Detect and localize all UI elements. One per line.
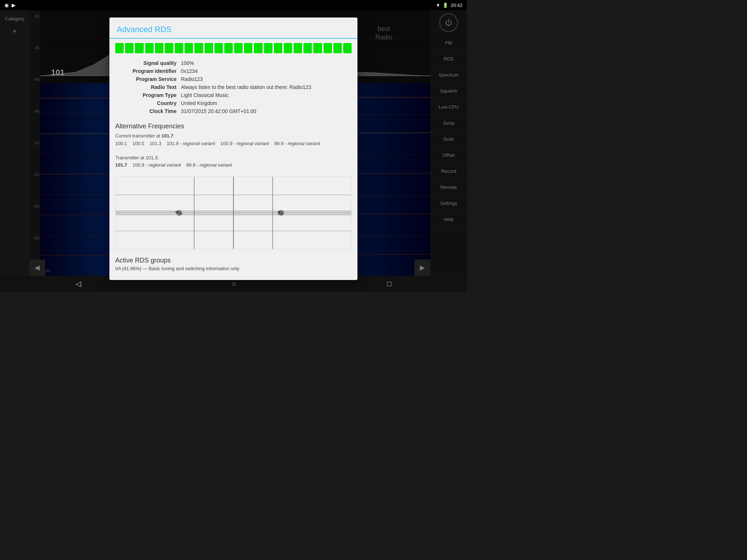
alt-freq-list-2: 101.7 100.9 - regional variant 99.9 - re…	[115, 162, 352, 169]
meter-bar-12	[224, 43, 233, 53]
meter-bar-14	[244, 43, 252, 53]
svg-point-37	[278, 213, 279, 215]
svg-point-30	[278, 211, 281, 214]
clock: 20:42	[450, 3, 462, 8]
country-label: Country	[115, 100, 181, 106]
meter-bar-11	[214, 43, 223, 53]
meter-bar-9	[194, 43, 203, 53]
svg-point-38	[281, 211, 282, 212]
meter-bar-16	[264, 43, 272, 53]
svg-point-31	[281, 213, 283, 215]
meter-bar-5	[155, 43, 163, 53]
active-rds-section: Active RDS groups 0A (41.96%) — Basic tu…	[109, 254, 357, 273]
country-row: Country United Kingdom	[115, 99, 352, 107]
svg-point-32	[279, 214, 281, 215]
program-id-row: Program Identifier 0x1234	[115, 67, 352, 75]
meter-bar-10	[205, 43, 213, 53]
meter-bar-17	[274, 43, 282, 53]
info-table: Signal quality 100% Program Identifier 0…	[109, 58, 357, 120]
status-bar: ◉ ▶ ▼ 🔋 20:42	[0, 0, 467, 10]
status-left: ◉ ▶	[4, 2, 16, 8]
alt-freq-list-1: 100.1 100.5 101.3 101.9 - regional varia…	[115, 140, 352, 148]
clock-time-row: Clock Time 31/07/2015 20:42:00 GMT+01:00	[115, 107, 352, 115]
alt-freq-transmitter: Transmitter at 101.3:	[115, 154, 352, 162]
meter-bar-8	[185, 43, 193, 53]
meter-bar-18	[284, 43, 292, 53]
program-service-label: Program Service	[115, 76, 181, 82]
status-right: ▼ 🔋 20:42	[436, 3, 462, 8]
meter-bar-23	[333, 43, 342, 53]
svg-point-36	[282, 211, 284, 213]
modal-title: Advanced RDS	[117, 25, 171, 34]
radio-text-row: Radio Text Always listen to the best rad…	[115, 83, 352, 91]
ok-button[interactable]: OK	[214, 277, 252, 280]
meter-bar-24	[343, 43, 352, 53]
signal-quality-value: 100%	[181, 60, 352, 66]
svg-point-35	[178, 211, 179, 212]
play-status-icon: ▶	[12, 2, 16, 8]
alt-freq-bold-1: 101.7	[115, 162, 127, 168]
meter-bar-19	[294, 43, 302, 53]
meter-bar-4	[145, 43, 154, 53]
program-service-row: Program Service Radio123	[115, 75, 352, 83]
meter-bar-1	[115, 43, 124, 53]
clock-time-value: 31/07/2015 20:42:00 GMT+01:00	[181, 108, 352, 114]
program-id-label: Program Identifier	[115, 68, 181, 74]
stereo-pilot-chart	[115, 176, 352, 249]
alt-freq-current: Current transmitter at 101.7:	[115, 132, 352, 140]
meter-bar-15	[254, 43, 262, 53]
clock-time-label: Clock Time	[115, 108, 181, 114]
ok-button-row: OK	[109, 273, 357, 280]
signal-quality-label: Signal quality	[115, 60, 181, 66]
radio-text-label: Radio Text	[115, 84, 181, 90]
program-type-row: Program Type Light Classical Music	[115, 91, 352, 99]
advanced-rds-dialog: Advanced RDS	[109, 18, 357, 280]
signal-meter	[109, 39, 357, 58]
program-type-value: Light Classical Music	[181, 92, 352, 98]
recent-button[interactable]: □	[378, 277, 400, 291]
meter-bar-6	[165, 43, 173, 53]
country-value: United Kingdom	[181, 100, 352, 106]
modal-header: Advanced RDS	[109, 18, 357, 39]
meter-bar-22	[324, 43, 332, 53]
alt-freq-title: Alternative Frequencies	[115, 122, 352, 130]
wifi-status-icon: ◉	[4, 2, 9, 8]
svg-point-34	[180, 213, 182, 215]
meter-bar-13	[234, 43, 243, 53]
battery-icon: 🔋	[442, 3, 448, 8]
back-button[interactable]: ◁	[67, 276, 90, 291]
alt-freq-section: Alternative Frequencies Current transmit…	[109, 120, 357, 172]
svg-point-33	[175, 211, 176, 213]
rds-group-0a: 0A (41.96%) — Basic tuning and switching…	[115, 266, 352, 271]
radio-text-value: Always listen to the best radio station …	[181, 84, 352, 90]
modal-overlay: Advanced RDS	[0, 10, 467, 276]
meter-bar-7	[175, 43, 183, 53]
meter-bar-20	[303, 43, 312, 53]
meter-bar-3	[135, 43, 143, 53]
meter-bar-2	[125, 43, 133, 53]
svg-point-28	[177, 214, 179, 215]
current-freq-bold: 101.7	[161, 133, 173, 139]
wifi-icon: ▼	[436, 3, 441, 8]
signal-quality-row: Signal quality 100%	[115, 59, 352, 67]
program-service-value: Radio123	[181, 76, 352, 82]
active-rds-title: Active RDS groups	[115, 257, 352, 264]
program-id-value: 0x1234	[181, 68, 352, 74]
program-type-label: Program Type	[115, 92, 181, 98]
meter-bar-21	[313, 43, 322, 53]
